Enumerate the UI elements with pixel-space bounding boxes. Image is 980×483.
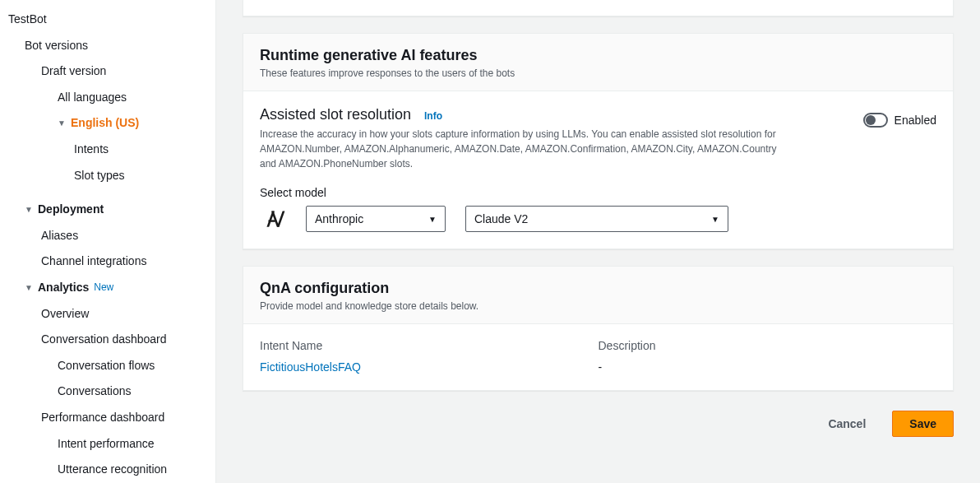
panel-body: Intent Name FictitiousHotelsFAQ Descript… <box>243 324 953 390</box>
chevron-down-icon: ▼ <box>711 215 719 224</box>
sidebar-item-english-us[interactable]: ▼ English (US) <box>0 110 215 137</box>
caret-down-icon: ▼ <box>25 282 36 294</box>
nav-label: Utterance recognition <box>58 462 167 478</box>
panel-header: QnA configuration Provide model and know… <box>243 267 953 324</box>
toggle-label: Enabled <box>894 114 936 127</box>
sidebar-nav: TestBot Bot versions Draft version All l… <box>0 0 216 483</box>
qna-config-panel: QnA configuration Provide model and know… <box>243 266 954 391</box>
caret-down-icon: ▼ <box>25 204 36 216</box>
nav-label: Conversations <box>58 383 132 400</box>
feature-title: Assisted slot resolution <box>260 106 411 123</box>
assisted-slot-row: Assisted slot resolution Info Increase t… <box>260 106 936 171</box>
nav-label: Conversation dashboard <box>41 332 167 348</box>
footer-actions: Cancel Save <box>243 391 954 457</box>
enabled-toggle[interactable] <box>863 113 888 128</box>
previous-panel-stub <box>243 0 954 16</box>
select-model-label: Select model <box>260 186 936 199</box>
description-value: - <box>599 360 937 374</box>
sidebar-item-channel-integrations[interactable]: Channel integrations <box>0 248 215 275</box>
qna-intent-name-col: Intent Name FictitiousHotelsFAQ <box>260 339 599 374</box>
save-button[interactable]: Save <box>892 411 954 437</box>
select-model-row: Anthropic ▼ Claude V2 ▼ <box>260 206 936 232</box>
sidebar-item-performance-dashboard[interactable]: Performance dashboard <box>0 405 215 431</box>
sidebar-item-intents[interactable]: Intents <box>0 137 215 163</box>
panel-body: Assisted slot resolution Info Increase t… <box>243 91 953 248</box>
sidebar-item-bot-versions[interactable]: Bot versions <box>0 33 215 59</box>
select-value: Anthropic <box>315 212 363 225</box>
provider-select[interactable]: Anthropic ▼ <box>306 206 446 232</box>
nav-label: Intent performance <box>58 436 155 453</box>
toggle-knob <box>866 115 876 125</box>
cancel-button[interactable]: Cancel <box>811 411 882 437</box>
qna-description-col: Description - <box>599 339 937 374</box>
sidebar-item-aliases[interactable]: Aliases <box>0 223 215 249</box>
panel-title: QnA configuration <box>260 280 936 297</box>
sidebar-item-slot-types[interactable]: Slot types <box>0 163 215 189</box>
qna-table: Intent Name FictitiousHotelsFAQ Descript… <box>260 339 936 374</box>
panel-subtitle: Provide model and knowledge store detail… <box>260 300 936 312</box>
sidebar-section-analytics[interactable]: ▼ Analytics New <box>0 275 215 301</box>
intent-name-header: Intent Name <box>260 339 599 352</box>
sidebar-item-draft-version[interactable]: Draft version <box>0 58 215 85</box>
feature-text: Assisted slot resolution Info Increase t… <box>260 106 786 171</box>
nav-label: Conversation flows <box>58 358 155 374</box>
panel-subtitle: These features improve responses to the … <box>260 67 936 79</box>
nav-label: Overview <box>41 306 89 323</box>
sidebar-item-all-languages[interactable]: All languages <box>0 85 215 111</box>
nav-label: English (US) <box>71 115 139 132</box>
main-content: Runtime generative AI features These fea… <box>216 0 980 483</box>
nav-label: Slot types <box>74 168 124 184</box>
nav-label: All languages <box>58 90 127 106</box>
sidebar-item-utterance-recognition[interactable]: Utterance recognition <box>0 457 215 483</box>
info-link[interactable]: Info <box>424 110 442 122</box>
intent-name-link[interactable]: FictitiousHotelsFAQ <box>260 360 361 374</box>
nav-label: Intents <box>74 142 109 158</box>
nav-label: Draft version <box>41 63 106 80</box>
nav-label: Analytics <box>38 280 89 296</box>
svg-rect-0 <box>269 220 275 221</box>
chevron-down-icon: ▼ <box>428 215 437 224</box>
sidebar-item-conversation-dashboard[interactable]: Conversation dashboard <box>0 327 215 353</box>
nav-label: TestBot <box>8 12 47 28</box>
nav-label: Performance dashboard <box>41 410 164 426</box>
anthropic-logo-icon <box>260 210 286 228</box>
panel-title: Runtime generative AI features <box>260 47 936 64</box>
sidebar-item-overview[interactable]: Overview <box>0 301 215 327</box>
description-header: Description <box>599 339 937 352</box>
new-badge: New <box>94 281 113 295</box>
sidebar-item-testbot[interactable]: TestBot <box>0 7 215 33</box>
enabled-toggle-wrap: Enabled <box>863 113 936 128</box>
select-value: Claude V2 <box>474 212 528 225</box>
sidebar-item-conversation-flows[interactable]: Conversation flows <box>0 353 215 379</box>
caret-down-icon: ▼ <box>58 118 69 129</box>
nav-label: Bot versions <box>25 38 88 54</box>
sidebar-item-intent-performance[interactable]: Intent performance <box>0 431 215 457</box>
nav-label: Deployment <box>38 202 104 218</box>
panel-header: Runtime generative AI features These fea… <box>243 34 953 91</box>
model-select[interactable]: Claude V2 ▼ <box>465 206 728 232</box>
nav-label: Aliases <box>41 228 78 244</box>
sidebar-section-deployment[interactable]: ▼ Deployment <box>0 197 215 223</box>
feature-description: Increase the accuracy in how your slots … <box>260 127 786 171</box>
runtime-ai-panel: Runtime generative AI features These fea… <box>243 33 954 249</box>
nav-label: Channel integrations <box>41 253 146 270</box>
sidebar-item-conversations[interactable]: Conversations <box>0 379 215 405</box>
